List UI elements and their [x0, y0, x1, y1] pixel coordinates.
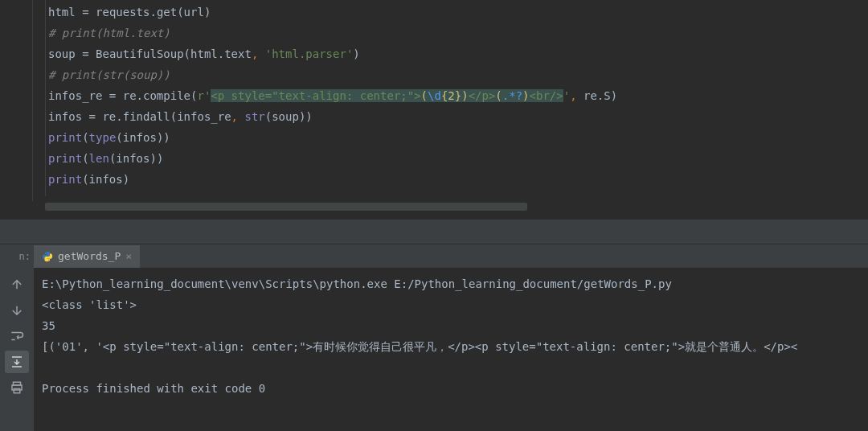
run-panel: E:\Python_learning_document\venv\Scripts…: [0, 269, 868, 431]
close-icon[interactable]: ×: [125, 250, 132, 262]
run-tab-title: getWords_P: [58, 250, 121, 262]
run-panel-label: n:: [0, 244, 34, 269]
code-line[interactable]: infos_re = re.compile(r'<p style="text-a…: [34, 85, 868, 106]
editor-scrollbar-horizontal[interactable]: [45, 203, 527, 211]
code-line[interactable]: html = requests.get(url): [34, 2, 868, 23]
code-line[interactable]: # print(html.text): [34, 23, 868, 43]
python-icon: [42, 251, 53, 262]
console-output[interactable]: E:\Python_learning_document\venv\Scripts…: [34, 269, 868, 431]
code-line[interactable]: print(len(infos)): [34, 148, 868, 169]
run-tab[interactable]: getWords_P ×: [34, 245, 140, 268]
code-line[interactable]: print(type(infos)): [34, 127, 868, 148]
code-line[interactable]: infos = re.findall(infos_re, str(soup)): [34, 106, 868, 127]
code-line[interactable]: print(infos): [34, 169, 868, 190]
scroll-to-end-icon[interactable]: [5, 351, 29, 373]
code-editor[interactable]: html = requests.get(url)# print(html.tex…: [0, 0, 868, 219]
soft-wrap-icon[interactable]: [5, 325, 29, 347]
up-arrow-icon[interactable]: [5, 273, 29, 296]
print-icon[interactable]: [5, 376, 29, 399]
panel-splitter[interactable]: [0, 219, 868, 244]
indent-guide: [45, 0, 46, 196]
run-toolbar: [0, 269, 34, 431]
code-line[interactable]: soup = BeautifulSoup(html.text, 'html.pa…: [34, 43, 868, 64]
gutter-line: [32, 0, 33, 201]
code-line[interactable]: # print(str(soup)): [34, 64, 868, 85]
down-arrow-icon[interactable]: [5, 299, 29, 322]
